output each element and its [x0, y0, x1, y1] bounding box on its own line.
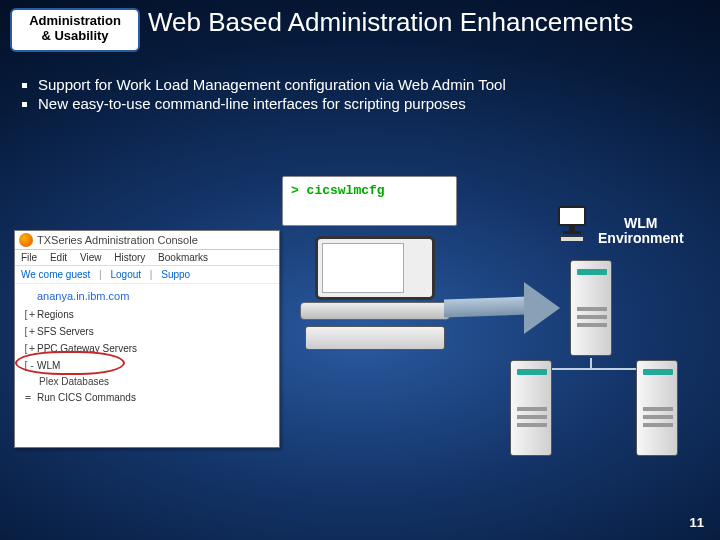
monitor-icon	[315, 236, 435, 300]
badge-line1: Administration	[20, 14, 130, 29]
bullet-item: Support for Work Load Management configu…	[38, 76, 720, 93]
tree-toggle-icon[interactable]: [+	[23, 309, 33, 320]
wlm-label-line1: WLM	[598, 216, 684, 231]
server-icon	[636, 360, 678, 456]
arrow-icon	[444, 270, 564, 340]
menu-history[interactable]: History	[114, 252, 145, 263]
server-icon	[510, 360, 552, 456]
menu-view[interactable]: View	[80, 252, 102, 263]
tree-item-regions[interactable]: [+ Regions	[21, 306, 273, 323]
tree-label: Plex Databases	[39, 376, 109, 387]
keyboard-icon	[305, 326, 445, 350]
tree-label: SFS Servers	[37, 326, 94, 337]
tree-label: Run CICS Commands	[37, 392, 136, 403]
bullet-list: Support for Work Load Management configu…	[38, 76, 720, 112]
tree-host[interactable]: ananya.in.ibm.com	[21, 288, 273, 306]
tree-toggle-icon[interactable]: [+	[23, 343, 33, 354]
console-titlebar: TXSeries Administration Console	[15, 231, 279, 250]
wlm-environment-label: WLM Environment	[598, 216, 684, 247]
tree-toggle-icon[interactable]: [-	[23, 360, 33, 371]
subbar-support[interactable]: Suppo	[161, 269, 190, 280]
console-window-title: TXSeries Administration Console	[37, 234, 198, 246]
terminal-window: > cicswlmcfg	[282, 176, 457, 226]
tree-subitem-plex[interactable]: Plex Databases	[35, 374, 273, 389]
tree-toggle-icon[interactable]: [+	[23, 326, 33, 337]
tree-item-run-cmds[interactable]: = Run CICS Commands	[21, 389, 273, 406]
badge-line2: & Usability	[20, 29, 130, 44]
category-badge: Administration & Usability	[10, 8, 140, 52]
subbar-welcome: We come guest	[21, 269, 90, 280]
menu-file[interactable]: File	[21, 252, 37, 263]
page-number: 11	[690, 515, 704, 530]
tree-item-wlm[interactable]: [- WLM	[21, 357, 273, 374]
server-icon	[570, 260, 612, 356]
tree-item-sfs[interactable]: [+ SFS Servers	[21, 323, 273, 340]
bullet-item: New easy-to-use command-line interfaces …	[38, 95, 720, 112]
console-menubar: File Edit View History Bookmarks	[15, 250, 279, 266]
menu-edit[interactable]: Edit	[50, 252, 67, 263]
tree-item-ppc[interactable]: [+ PPC Gateway Servers	[21, 340, 273, 357]
desktop-base-icon	[300, 302, 450, 320]
terminal-command: > cicswlmcfg	[283, 177, 456, 204]
console-subbar: We come guest | Logout | Suppo	[15, 266, 279, 284]
tree-label: PPC Gateway Servers	[37, 343, 137, 354]
mini-pc-icon	[558, 206, 586, 242]
tree-label: Regions	[37, 309, 74, 320]
slide-title: Web Based Administration Enhancements	[148, 8, 633, 38]
workstation-icon	[300, 236, 450, 350]
browser-logo-icon	[19, 233, 33, 247]
tree-label: WLM	[37, 360, 60, 371]
admin-console-window: TXSeries Administration Console File Edi…	[14, 230, 280, 448]
wlm-label-line2: Environment	[598, 231, 684, 246]
console-tree: ananya.in.ibm.com [+ Regions [+ SFS Serv…	[15, 284, 279, 412]
tree-bullet-icon: =	[23, 392, 33, 403]
subbar-logout[interactable]: Logout	[110, 269, 141, 280]
menu-bookmarks[interactable]: Bookmarks	[158, 252, 208, 263]
